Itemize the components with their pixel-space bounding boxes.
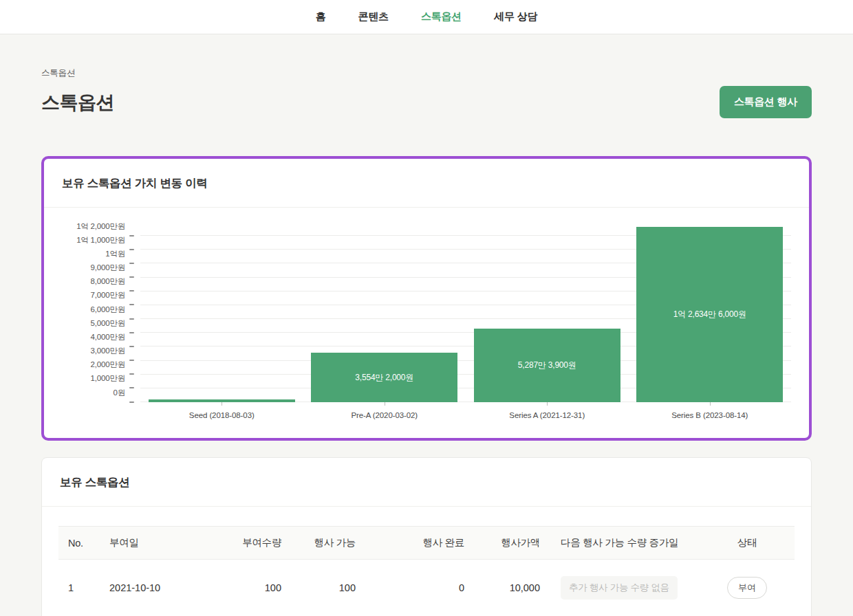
cell-no: 1 <box>58 560 101 616</box>
y-axis-tick <box>129 263 134 264</box>
cell-grant-date: 2021-10-10 <box>101 560 226 616</box>
x-axis-label: Series A (2021-12-31) <box>509 411 585 419</box>
bar-4[interactable]: 1억 2,634만 6,000원 <box>636 227 783 402</box>
y-axis-label: 6,000만원 <box>91 304 125 314</box>
col-header-granted-qty: 부여수량 <box>226 527 290 560</box>
page-content: 스톡옵션 스톡옵션 스톡옵션 행사 보유 스톡옵션 가치 변동 이력 0원1,0… <box>0 67 853 616</box>
cell-exercisable: 100 <box>290 560 364 616</box>
page-header: 스톡옵션 스톡옵션 행사 <box>41 86 812 118</box>
y-axis-label: 2,000만원 <box>91 360 125 370</box>
exercise-stock-option-button[interactable]: 스톡옵션 행사 <box>720 86 812 118</box>
bar-2[interactable]: 3,554만 2,000원 <box>311 353 457 402</box>
x-axis-label: Pre-A (2020-03-02) <box>351 411 418 419</box>
chart-area: 0원1,000만원2,000만원3,000만원4,000만원5,000만원6,0… <box>44 208 809 438</box>
y-axis-tick <box>129 318 134 320</box>
nav-item-home[interactable]: 홈 <box>316 10 326 23</box>
y-axis-tick <box>129 249 134 250</box>
bar-value-label: 5,287만 3,900원 <box>518 360 576 371</box>
no-additional-quantity-chip: 추가 행사 가능 수량 없음 <box>561 576 678 600</box>
y-axis-label: 1,000만원 <box>91 373 125 384</box>
col-header-exercisable: 행사 가능 <box>290 527 364 560</box>
y-axis-tick <box>129 346 134 347</box>
status-badge: 부여 <box>727 577 767 599</box>
bar-value-label: 3,554만 2,000원 <box>355 372 413 384</box>
y-axis-tick <box>129 373 134 375</box>
page-title: 스톡옵션 <box>41 90 114 115</box>
col-header-next-increase-date: 다음 행사 가능 수량 증가일 <box>548 527 700 560</box>
bar-value-label: 1억 2,634만 6,000원 <box>673 309 746 320</box>
x-axis-tick <box>222 402 222 406</box>
y-axis-label: 7,000만원 <box>91 290 125 300</box>
y-axis-tick <box>129 387 134 388</box>
held-stock-options-card: 보유 스톡옵션 No. 부여일 부여수량 행사 가능 행사 완료 행사가액 다 <box>41 457 812 616</box>
cell-exercise-price: 10,000 <box>473 560 548 616</box>
nav-item-stock-options[interactable]: 스톡옵션 <box>421 10 462 23</box>
y-axis-tick <box>129 276 134 278</box>
x-axis-label: Series B (2023-08-14) <box>671 411 748 419</box>
col-header-exercised: 행사 완료 <box>364 527 473 560</box>
stock-option-value-history-card: 보유 스톡옵션 가치 변동 이력 0원1,000만원2,000만원3,000만원… <box>41 156 812 441</box>
bar-chart: 0원1,000만원2,000만원3,000만원4,000만원5,000만원6,0… <box>140 223 791 402</box>
table-wrapper: No. 부여일 부여수량 행사 가능 행사 완료 행사가액 다음 행사 가능 수… <box>42 507 811 616</box>
x-axis-tick <box>710 402 711 406</box>
nav-item-contents[interactable]: 콘텐츠 <box>358 10 389 23</box>
y-axis-label: 5,000만원 <box>91 318 125 328</box>
cell-granted-qty: 100 <box>226 560 290 616</box>
cell-next-increase-date: 추가 행사 가능 수량 없음 <box>548 560 700 616</box>
y-axis-tick <box>129 332 134 333</box>
cell-status: 부여 <box>700 560 795 616</box>
col-header-status: 상태 <box>700 527 795 560</box>
y-axis-label: 1억 1,000만원 <box>76 234 125 245</box>
nav-item-tax-consulting[interactable]: 세무 상담 <box>494 10 537 23</box>
x-axis-tick <box>385 402 385 406</box>
stock-options-table: No. 부여일 부여수량 행사 가능 행사 완료 행사가액 다음 행사 가능 수… <box>58 526 795 616</box>
x-axis-tick <box>547 402 548 406</box>
y-axis-label: 9,000만원 <box>91 263 125 273</box>
table-card-title: 보유 스톡옵션 <box>42 458 811 506</box>
chart-card-title: 보유 스톡옵션 가치 변동 이력 <box>44 159 809 207</box>
x-axis-label: Seed (2018-08-03) <box>189 411 255 419</box>
cell-exercised: 0 <box>364 560 473 616</box>
y-axis-label: 1억 2,000만원 <box>76 221 125 231</box>
table-header-row: No. 부여일 부여수량 행사 가능 행사 완료 행사가액 다음 행사 가능 수… <box>58 527 795 560</box>
y-axis-label: 3,000만원 <box>91 346 125 356</box>
top-navigation: 홈 콘텐츠 스톡옵션 세무 상담 <box>0 0 853 34</box>
y-axis-tick <box>129 402 134 403</box>
table-row[interactable]: 1 2021-10-10 100 100 0 10,000 추가 행사 가능 수… <box>58 560 795 616</box>
y-axis-tick <box>129 304 134 305</box>
breadcrumb[interactable]: 스톡옵션 <box>41 67 812 79</box>
y-axis-label: 0원 <box>114 387 126 397</box>
col-header-exercise-price: 행사가액 <box>473 527 548 560</box>
col-header-no: No. <box>58 527 101 560</box>
bar-3[interactable]: 5,287만 3,900원 <box>474 329 620 402</box>
y-axis-tick <box>129 235 134 236</box>
y-axis-tick <box>129 290 134 292</box>
y-axis-label: 4,000만원 <box>91 331 125 342</box>
y-axis-label: 8,000만원 <box>91 276 125 287</box>
col-header-grant-date: 부여일 <box>101 527 226 560</box>
y-axis-label: 1억원 <box>105 248 125 258</box>
y-axis-tick <box>129 360 134 361</box>
